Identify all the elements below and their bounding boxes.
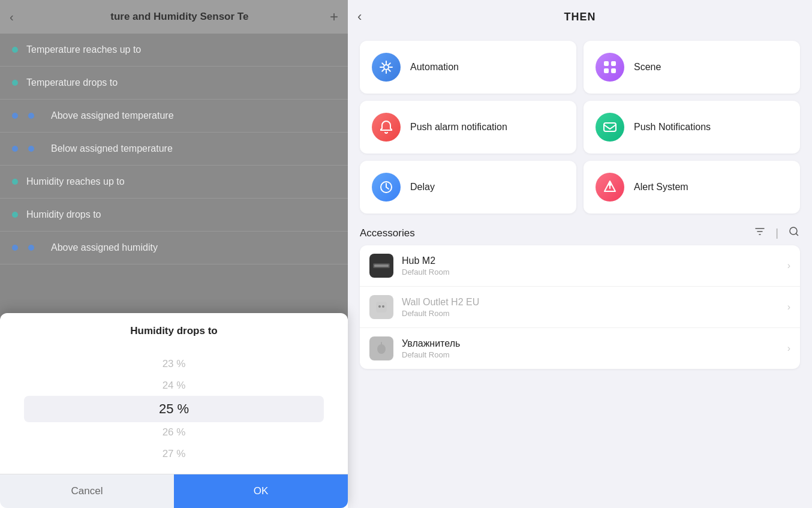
dot-indicator: [12, 179, 18, 185]
picker-item-26[interactable]: 26 %: [159, 423, 189, 442]
divider-line: |: [775, 227, 778, 239]
right-header: ‹ THEN: [348, 0, 812, 34]
action-card-push-notif[interactable]: Push Notifications: [584, 101, 800, 154]
svg-rect-7: [611, 68, 616, 73]
push-alarm-label: Push alarm notification: [410, 122, 507, 133]
svg-rect-8: [604, 123, 616, 131]
picker-item-27[interactable]: 27 %: [159, 444, 189, 464]
wall-outlet-avatar: [369, 295, 393, 319]
left-header: ‹ ture and Humidity Sensor Te +: [0, 0, 348, 34]
accessory-hub[interactable]: Hub M2 Default Room ›: [360, 245, 800, 287]
dot-indicator: [12, 146, 18, 152]
picker-item-25[interactable]: 25 %: [159, 398, 189, 420]
dot-indicator: [12, 47, 18, 53]
left-panel-title: ture and Humidity Sensor Te: [21, 11, 338, 23]
wall-outlet-name: Wall Outlet H2 EU: [402, 297, 787, 308]
action-card-delay[interactable]: Delay: [360, 161, 576, 214]
svg-point-16: [382, 305, 384, 308]
list-item[interactable]: Below assigned temperature: [0, 133, 348, 166]
list-item[interactable]: Above assigned humidity: [0, 232, 348, 264]
ok-button[interactable]: OK: [174, 474, 348, 508]
dot-indicator: [12, 80, 18, 86]
picker-list: 22 % 23 % 24 % 25 % 26 % 27 % 28 %: [159, 349, 189, 469]
list-item-label: Above assigned humidity: [51, 242, 158, 253]
list-item-label: Humidity drops to: [26, 209, 101, 220]
automation-icon: [372, 53, 401, 82]
hub-info: Hub M2 Default Room: [402, 255, 787, 276]
accessories-toolbar: |: [754, 226, 800, 241]
back-button-left[interactable]: ‹: [10, 10, 14, 24]
svg-point-3: [384, 65, 389, 70]
scene-label: Scene: [634, 62, 661, 73]
list-item[interactable]: Temperature drops to: [0, 67, 348, 100]
accessory-wall-outlet[interactable]: Wall Outlet H2 EU Default Room ›: [360, 287, 800, 328]
uvlazhitel-name: Увлажнитель: [402, 338, 787, 349]
wall-outlet-room: Default Room: [402, 309, 787, 318]
uvlazhitel-room: Default Room: [402, 350, 787, 359]
automation-label: Automation: [410, 62, 459, 73]
list-item-label: Above assigned temperature: [51, 110, 174, 121]
left-panel: ‹ ture and Humidity Sensor Te + Temperat…: [0, 0, 348, 508]
picker-modal: Humidity drops to 22 % 23 % 24 % 25 % 26…: [0, 313, 348, 508]
svg-rect-13: [374, 264, 389, 267]
cancel-button[interactable]: Cancel: [0, 474, 174, 508]
svg-rect-4: [604, 61, 609, 66]
picker-item-24[interactable]: 24 %: [159, 376, 189, 395]
dot-indicator: [12, 212, 18, 218]
svg-point-15: [378, 305, 381, 308]
uvlazhitel-chevron-icon: ›: [787, 343, 790, 354]
modal-button-row: Cancel OK: [0, 474, 348, 508]
dot-indicator: [12, 113, 18, 119]
accessories-title: Accessories: [360, 227, 415, 239]
svg-rect-5: [611, 61, 616, 66]
delay-label: Delay: [410, 182, 435, 193]
list-item[interactable]: Humidity reaches up to: [0, 166, 348, 199]
picker-item-22[interactable]: 22 %: [159, 349, 189, 352]
list-item[interactable]: Humidity drops to: [0, 199, 348, 232]
wall-outlet-chevron-icon: ›: [787, 302, 790, 312]
action-card-alert-system[interactable]: Alert System: [584, 161, 800, 214]
hub-chevron-icon: ›: [787, 260, 790, 271]
hub-name: Hub M2: [402, 255, 787, 266]
list-item[interactable]: Above assigned temperature: [0, 100, 348, 133]
list-item-label: Temperature reaches up to: [26, 44, 141, 55]
list-item[interactable]: Temperature reaches up to: [0, 34, 348, 67]
uvlazhitel-info: Увлажнитель Default Room: [402, 338, 787, 359]
dot-indicator: [28, 113, 34, 119]
dot-indicator: [28, 245, 34, 251]
search-icon[interactable]: [788, 226, 800, 241]
hub-room: Default Room: [402, 267, 787, 276]
push-alarm-icon: [372, 113, 401, 142]
alert-system-icon: [596, 173, 624, 202]
svg-rect-6: [604, 68, 609, 73]
uvlazhitel-avatar: [369, 336, 393, 360]
picker-container[interactable]: 22 % 23 % 24 % 25 % 26 % 27 % 28 %: [0, 349, 348, 469]
accessories-header: Accessories |: [348, 221, 812, 245]
scene-icon: [596, 53, 624, 82]
back-button-right[interactable]: ‹: [357, 9, 362, 25]
dot-indicator: [28, 146, 34, 152]
modal-title: Humidity drops to: [0, 313, 348, 349]
filter-icon[interactable]: [754, 226, 766, 241]
accessories-list: Hub M2 Default Room › Wall Outlet H2 EU …: [360, 245, 800, 369]
picker-item-28[interactable]: 28 %: [159, 466, 189, 469]
svg-rect-14: [376, 302, 387, 312]
add-button[interactable]: +: [330, 8, 338, 25]
dot-indicator: [12, 245, 18, 251]
accessory-uvlazhitel[interactable]: Увлажнитель Default Room ›: [360, 328, 800, 369]
then-title: THEN: [564, 11, 596, 23]
list-item-label: Below assigned temperature: [51, 143, 173, 154]
action-card-push-alarm[interactable]: Push alarm notification: [360, 101, 576, 154]
list-item-label: Humidity reaches up to: [26, 176, 125, 187]
action-grid: Automation Scene Push alarm notifica: [348, 34, 812, 221]
action-card-scene[interactable]: Scene: [584, 41, 800, 94]
wall-outlet-info: Wall Outlet H2 EU Default Room: [402, 297, 787, 318]
action-card-automation[interactable]: Automation: [360, 41, 576, 94]
alert-system-label: Alert System: [634, 182, 688, 193]
delay-icon: [372, 173, 401, 202]
push-notif-label: Push Notifications: [634, 122, 711, 133]
list-item-label: Temperature drops to: [26, 77, 118, 88]
picker-item-23[interactable]: 23 %: [159, 354, 189, 374]
right-panel: 91 % ‹ THEN Automation: [348, 0, 812, 508]
hub-avatar: [369, 254, 393, 278]
